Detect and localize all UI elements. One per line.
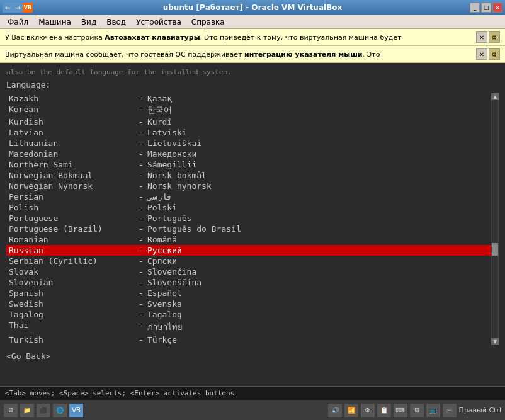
- language-list-item[interactable]: Slovenian-Slovenščina: [6, 277, 491, 288]
- language-list-item[interactable]: Thai-ภาษาไทย: [6, 320, 491, 334]
- notification-keyboard-close[interactable]: ✕: [476, 31, 487, 43]
- go-back-button[interactable]: <Go Back>: [0, 349, 505, 363]
- language-list-item[interactable]: Norwegian Bokmaal-Norsk bokmål: [6, 170, 491, 181]
- lang-native: Norsk bokmål: [147, 171, 207, 180]
- taskbar-network-icon[interactable]: 📶: [344, 404, 358, 417]
- lang-dash: -: [135, 224, 147, 234]
- language-list-item[interactable]: Norwegian Nynorsk-Norsk nynorsk: [6, 181, 491, 191]
- menu-devices[interactable]: Устройства: [131, 16, 186, 28]
- language-list-item[interactable]: Serbian (Cyrillic)-Српски: [6, 256, 491, 266]
- lang-name: Romanian: [9, 235, 135, 244]
- language-list-item[interactable]: Portuguese (Brazil)-Português do Brasil: [6, 224, 491, 234]
- lang-native: Tagalog: [147, 310, 182, 319]
- lang-dash: -: [135, 235, 147, 244]
- lang-dash: -: [135, 278, 147, 287]
- lang-name: Kurdish: [9, 117, 135, 127]
- taskbar-screen-icon[interactable]: 📺: [426, 404, 440, 417]
- taskbar-app-icon[interactable]: 🖥: [4, 404, 18, 417]
- language-list-item[interactable]: Tagalog-Tagalog: [6, 309, 491, 320]
- titlebar-arrow-left[interactable]: ←: [3, 3, 13, 13]
- restore-button[interactable]: □: [481, 3, 491, 13]
- lang-name: Portuguese: [9, 213, 135, 223]
- language-list-item[interactable]: Spanish-Español: [6, 288, 491, 298]
- lang-name: Lithuanian: [9, 139, 135, 148]
- scrollbar-thumb[interactable]: [492, 243, 498, 256]
- taskbar-keyboard-icon[interactable]: ⌨: [394, 404, 407, 417]
- menu-input[interactable]: Ввод: [101, 16, 131, 28]
- language-list-item[interactable]: Swedish-Svenska: [6, 298, 491, 309]
- scroll-up-arrow[interactable]: ▲: [491, 93, 499, 100]
- language-list-item[interactable]: Latvian-Latviski: [6, 127, 491, 138]
- taskbar-browser-icon[interactable]: 🌐: [53, 404, 67, 417]
- language-list-item[interactable]: Persian-فارسی: [6, 191, 491, 202]
- lang-name: Russian: [9, 246, 135, 255]
- lang-dash: -: [135, 181, 147, 191]
- language-list-item[interactable]: Portuguese-Português: [6, 213, 491, 224]
- statusbar: <Tab> moves; <Space> selects; <Enter> ac…: [0, 386, 505, 400]
- lang-name: Spanish: [9, 288, 135, 298]
- lang-name: Norwegian Bokmaal: [9, 171, 135, 180]
- language-list-item[interactable]: Polish-Polski: [6, 202, 491, 213]
- menu-help[interactable]: Справка: [186, 16, 230, 28]
- lang-dash: -: [135, 335, 147, 344]
- lang-native: فارسی: [147, 192, 172, 201]
- taskbar-vm-active-icon[interactable]: VB: [69, 404, 83, 417]
- lang-dash: -: [135, 246, 147, 255]
- language-list-item[interactable]: Northern Sami-Sámegillii: [6, 159, 491, 170]
- lang-native: Română: [147, 235, 177, 244]
- menubar: Файл Машина Вид Ввод Устройства Справка: [0, 15, 505, 29]
- language-list-item[interactable]: Korean-한국어: [6, 104, 491, 116]
- lang-native: Sámegillii: [147, 160, 196, 169]
- taskbar-sound-icon[interactable]: 🔊: [328, 404, 342, 417]
- lang-dash: -: [135, 192, 147, 201]
- notification-keyboard: У Вас включена настройка Автозахват клав…: [0, 29, 505, 46]
- lang-name: Thai: [9, 321, 135, 334]
- scrollbar-track[interactable]: [492, 100, 498, 338]
- scroll-down-arrow[interactable]: ▼: [491, 338, 499, 345]
- menu-machine[interactable]: Машина: [33, 16, 76, 28]
- lang-name: Latvian: [9, 128, 135, 137]
- language-list-item[interactable]: Lithuanian-Lietuviškai: [6, 138, 491, 149]
- menu-file[interactable]: Файл: [3, 16, 33, 28]
- notification-mouse-settings[interactable]: ⚙: [489, 48, 500, 60]
- taskbar-clipboard-icon[interactable]: 📋: [377, 404, 391, 417]
- notification-mouse-close[interactable]: ✕: [476, 48, 487, 60]
- notification-keyboard-text: У Вас включена настройка Автозахват клав…: [5, 33, 474, 42]
- taskbar-settings-icon[interactable]: ⚙: [361, 404, 375, 417]
- minimize-button[interactable]: _: [470, 3, 480, 13]
- titlebar-arrow-right[interactable]: →: [13, 3, 23, 13]
- lang-dash: -: [135, 94, 147, 103]
- scrollbar[interactable]: ▲ ▼: [491, 93, 499, 345]
- language-list-item[interactable]: Turkish-Türkçe: [6, 334, 491, 345]
- close-button[interactable]: ×: [492, 3, 502, 13]
- language-list-item[interactable]: Slovak-Slovenčina: [6, 266, 491, 277]
- titlebar: ← → VB ubuntu [Работает] - Oracle VM Vir…: [0, 0, 505, 15]
- lang-name: Turkish: [9, 335, 135, 344]
- virtualbox-icon: VB: [23, 3, 33, 13]
- language-list-item[interactable]: Kazakh-Қазақ: [6, 93, 491, 104]
- lang-native: Português do Brasil: [147, 224, 241, 234]
- language-list-item[interactable]: Romanian-Română: [6, 234, 491, 245]
- notification-keyboard-settings[interactable]: ⚙: [489, 31, 500, 43]
- taskbar-display-icon[interactable]: 🖥: [410, 404, 424, 417]
- lang-dash: -: [135, 213, 147, 223]
- taskbar-term-icon[interactable]: ⬛: [37, 404, 50, 417]
- taskbar-usb-icon[interactable]: 🎮: [443, 404, 457, 417]
- lang-dash: -: [135, 203, 147, 212]
- lang-native: Kurdî: [147, 117, 172, 127]
- lang-native: Русский: [147, 246, 182, 255]
- menu-view[interactable]: Вид: [76, 16, 101, 28]
- language-label: Language:: [0, 80, 505, 89]
- lang-name: Persian: [9, 192, 135, 201]
- lang-dash: -: [135, 310, 147, 319]
- lang-dash: -: [135, 105, 147, 116]
- taskbar-right: 🔊 📶 ⚙ 📋 ⌨ 🖥 📺 🎮 Правый Ctrl: [328, 404, 501, 417]
- language-list-item[interactable]: Macedonian-Македонски: [6, 149, 491, 159]
- language-list-item[interactable]: Russian-Русский: [6, 245, 491, 256]
- taskbar: 🖥 📁 ⬛ 🌐 VB 🔊 📶 ⚙ 📋 ⌨ 🖥 📺 🎮 Правый Ctrl: [0, 400, 505, 420]
- taskbar-folder-icon[interactable]: 📁: [20, 404, 34, 417]
- taskbar-ctrl-label: Правый Ctrl: [459, 406, 501, 414]
- lang-dash: -: [135, 256, 147, 266]
- language-list-item[interactable]: Kurdish-Kurdî: [6, 116, 491, 127]
- lang-dash: -: [135, 267, 147, 276]
